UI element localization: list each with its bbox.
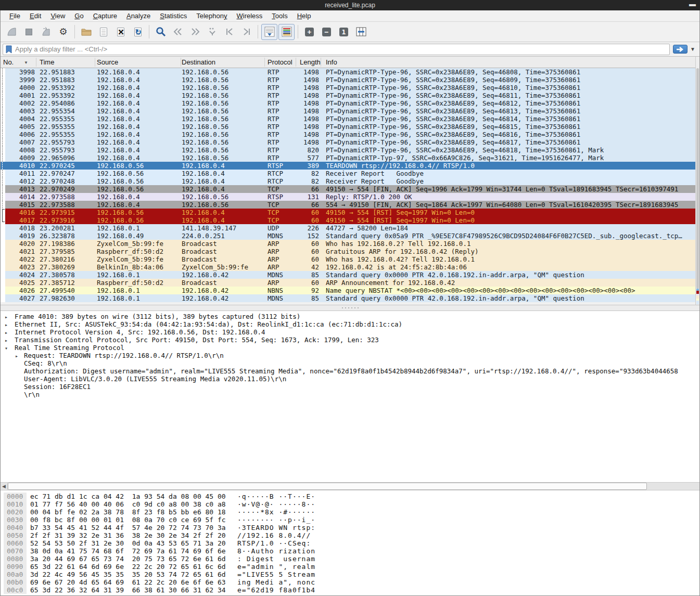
menu-capture[interactable]: Capture xyxy=(88,11,122,21)
expander-icon[interactable]: ▸ xyxy=(5,321,12,329)
packet-row-4003[interactable]: 400322.955354192.168.0.4192.168.0.56RTP1… xyxy=(1,107,695,115)
packet-row-4004[interactable]: 400422.955355192.168.0.4192.168.0.56RTP1… xyxy=(1,115,695,123)
packet-row-4019[interactable]: 401926.323878192.168.0.49224.0.0.251MDNS… xyxy=(1,232,695,240)
hex-row-0000[interactable]: 0000ec 71 db d1 1c ca 04 42 1a 93 54 da … xyxy=(1,493,699,500)
packet-row-4021[interactable]: 402127.379585Raspberr_df:50:d2BroadcastA… xyxy=(1,248,695,255)
scrollbar-thumb[interactable] xyxy=(696,68,699,289)
save-file-button[interactable] xyxy=(95,24,111,40)
packet-row-4015[interactable]: 401522.973588192.168.0.4192.168.0.56TCP6… xyxy=(1,201,695,209)
menu-file[interactable]: File xyxy=(5,11,25,21)
zoom-out-button[interactable]: − xyxy=(319,24,335,40)
packet-row-4002[interactable]: 400222.954086192.168.0.4192.168.0.56RTP1… xyxy=(1,99,695,107)
hex-row-0070[interactable]: 007038 0d 0a 41 75 74 68 6f 72 69 7a 61 … xyxy=(1,547,699,555)
menu-analyze[interactable]: Analyze xyxy=(122,11,155,21)
column-destination[interactable]: Destination xyxy=(182,58,215,66)
menu-tools[interactable]: Tools xyxy=(267,11,292,21)
scroll-left-arrow-icon[interactable]: ◀ xyxy=(1,483,8,490)
zoom-in-button[interactable]: + xyxy=(301,24,317,40)
detail-line[interactable]: \r\n xyxy=(1,391,699,398)
menu-telephony[interactable]: Telephony xyxy=(192,11,232,21)
hex-row-0020[interactable]: 002000 04 bf fe 02 2a 38 78 8f 23 f8 b5 … xyxy=(1,508,699,516)
packet-row-4022[interactable]: 402227.380216ZyxelCom_5b:99:feBroadcastA… xyxy=(1,255,695,263)
packet-row-4014[interactable]: 401422.973588192.168.0.4192.168.0.56RTSP… xyxy=(1,193,695,201)
packet-row-4013[interactable]: 401322.970249192.168.0.56192.168.0.4TCP6… xyxy=(1,185,695,193)
menu-edit[interactable]: Edit xyxy=(25,11,46,21)
menu-wireless[interactable]: Wireless xyxy=(232,11,268,21)
menu-view[interactable]: View xyxy=(46,11,70,21)
details-h-scrollbar[interactable]: ◀ xyxy=(1,482,699,490)
packet-row-3998[interactable]: 399822.951883192.168.0.4192.168.0.56RTP1… xyxy=(1,68,695,76)
go-last-button[interactable] xyxy=(238,24,254,40)
expander-icon[interactable]: ▸ xyxy=(15,352,22,360)
go-forward-button[interactable] xyxy=(187,24,203,40)
packet-row-4008[interactable]: 400822.955793192.168.0.4192.168.0.56RTP8… xyxy=(1,146,695,154)
find-packet-button[interactable] xyxy=(152,24,169,40)
column-no[interactable]: No. xyxy=(3,58,14,66)
go-to-packet-button[interactable] xyxy=(204,24,220,40)
filter-dropdown-caret[interactable]: ▼ xyxy=(689,46,697,52)
column-length[interactable]: Length xyxy=(300,58,321,66)
detail-line[interactable]: ▾Real Time Streaming Protocol xyxy=(1,344,699,352)
restart-capture-button[interactable] xyxy=(38,24,54,40)
packet-row-4018[interactable]: 401823.200281192.168.0.1141.148.39.147UD… xyxy=(1,224,695,232)
hex-row-00b0[interactable]: 00b069 6e 67 20 4d 65 64 69 61 22 2c 20 … xyxy=(1,578,699,586)
expander-icon[interactable]: ▸ xyxy=(5,336,12,344)
capture-options-button[interactable]: ⚙ xyxy=(55,24,71,40)
hex-row-0050[interactable]: 00502f 2f 31 39 32 2e 31 36 38 2e 30 2e … xyxy=(1,532,699,539)
expander-icon[interactable]: ▸ xyxy=(5,313,12,321)
packet-row-4027[interactable]: 402727.982630192.168.0.1192.168.0.42MDNS… xyxy=(1,294,695,302)
packet-row-4024[interactable]: 402427.380578192.168.0.1192.168.0.42MDNS… xyxy=(1,271,695,279)
hex-row-0060[interactable]: 006052 54 53 50 2f 31 2e 30 0d 0a 43 53 … xyxy=(1,539,699,547)
pane-splitter[interactable] xyxy=(1,305,699,311)
colorize-button[interactable] xyxy=(278,24,295,40)
h-scrollbar-thumb[interactable] xyxy=(8,483,647,490)
packet-row-4011[interactable]: 401122.970247192.168.0.56192.168.0.4RTCP… xyxy=(1,170,695,177)
menu-statistics[interactable]: Statistics xyxy=(155,11,192,21)
hex-row-0090[interactable]: 009065 3d 22 61 64 6d 69 6e 22 2c 20 72 … xyxy=(1,563,699,571)
detail-line[interactable]: CSeq: 8\r\n xyxy=(1,359,699,367)
packet-row-4006[interactable]: 400622.955355192.168.0.4192.168.0.56RTP1… xyxy=(1,131,695,138)
open-file-button[interactable] xyxy=(78,24,94,40)
hex-row-0030[interactable]: 003000 f8 bc 8f 00 00 01 01 08 0a 70 c0 … xyxy=(1,516,699,524)
packet-row-4016[interactable]: 401622.973915192.168.0.56192.168.0.4TCP6… xyxy=(1,209,695,216)
packet-row-4007[interactable]: 400722.955793192.168.0.4192.168.0.56RTP1… xyxy=(1,138,695,146)
column-source[interactable]: Source xyxy=(97,58,118,66)
column-protocol[interactable]: Protocol xyxy=(268,58,292,66)
packet-row-4012[interactable]: 401222.970248192.168.0.56192.168.0.4RTCP… xyxy=(1,177,695,185)
packet-row-4000[interactable]: 400022.953392192.168.0.4192.168.0.56RTP1… xyxy=(1,84,695,92)
bookmark-icon[interactable] xyxy=(5,45,13,54)
packet-row-4020[interactable]: 402027.198386ZyxelCom_5b:99:feBroadcastA… xyxy=(1,240,695,248)
packet-row-4023[interactable]: 402327.380269BelkinIn_8b:4a:06ZyxelCom_5… xyxy=(1,263,695,271)
zoom-100-button[interactable]: 1 xyxy=(336,24,352,40)
detail-line[interactable]: ▸Request: TEARDOWN rtsp://192.168.0.4// … xyxy=(1,352,699,359)
hex-row-00a0[interactable]: 00a03d 22 4c 49 56 45 35 35 35 20 53 74 … xyxy=(1,571,699,578)
detail-line[interactable]: ▸Frame 4010: 389 bytes on wire (3112 bit… xyxy=(1,313,699,320)
column-time[interactable]: Time xyxy=(40,58,54,66)
packet-row-4009[interactable]: 400922.965096192.168.0.4192.168.0.56RTP5… xyxy=(1,154,695,162)
hex-row-0010[interactable]: 001001 77 f7 56 40 00 40 06 c0 9d c0 a8 … xyxy=(1,500,699,508)
display-filter-input[interactable] xyxy=(13,45,669,53)
detail-line[interactable]: User-Agent: LibVLC/3.0.20 (LIVE555 Strea… xyxy=(1,375,699,383)
detail-line[interactable]: ▸Transmission Control Protocol, Src Port… xyxy=(1,336,699,344)
expander-icon[interactable]: ▸ xyxy=(5,329,12,336)
detail-line[interactable]: Session: 16F28EC1 xyxy=(1,383,699,391)
hex-row-00c0[interactable]: 00c065 3d 22 36 32 64 31 39 66 38 61 30 … xyxy=(1,586,699,594)
detail-line[interactable]: ▸Ethernet II, Src: ASUSTekC_93:54:da (04… xyxy=(1,320,699,328)
close-file-button[interactable]: ✕ xyxy=(112,24,129,40)
packet-list-scrollbar[interactable] xyxy=(695,57,699,305)
detail-line[interactable]: ▸Internet Protocol Version 4, Src: 192.1… xyxy=(1,328,699,336)
packet-row-4025[interactable]: 402527.385712Raspberr_df:50:d2BroadcastA… xyxy=(1,279,695,287)
apply-filter-button[interactable] xyxy=(673,45,688,54)
column-info[interactable]: Info xyxy=(326,58,337,66)
packet-row-4010[interactable]: 401022.970245192.168.0.56192.168.0.4RTSP… xyxy=(1,162,695,170)
resize-columns-button[interactable] xyxy=(353,24,369,40)
packet-row-4001[interactable]: 400122.953392192.168.0.4192.168.0.56RTP1… xyxy=(1,92,695,99)
reload-file-button[interactable]: ↻ xyxy=(130,24,146,40)
packet-row-4026[interactable]: 402627.499540192.168.0.1192.168.0.42NBNS… xyxy=(1,287,695,294)
auto-scroll-button[interactable] xyxy=(261,24,277,40)
menu-go[interactable]: Go xyxy=(70,11,88,21)
go-back-button[interactable] xyxy=(170,24,186,40)
packet-row-4017[interactable]: 401722.973916192.168.0.56192.168.0.4TCP6… xyxy=(1,216,695,224)
hex-row-0040[interactable]: 0040b7 33 54 45 41 52 44 4f 57 4e 20 72 … xyxy=(1,524,699,532)
go-first-button[interactable] xyxy=(221,24,237,40)
